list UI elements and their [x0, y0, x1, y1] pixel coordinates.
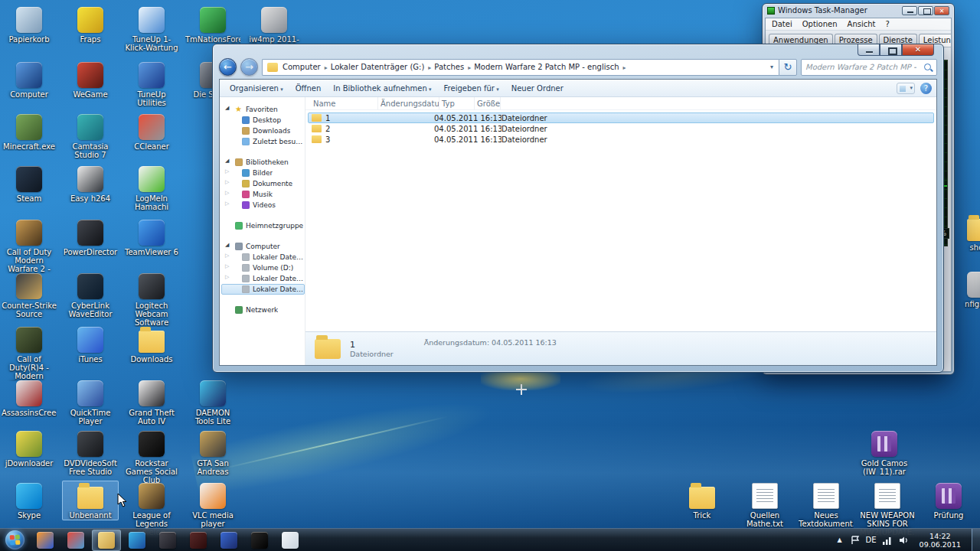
tm-menu-item[interactable]: Ansicht	[848, 20, 876, 28]
desktop-icon[interactable]: Downloads	[123, 324, 180, 364]
clock[interactable]: 14:22 09.06.2011	[914, 532, 966, 549]
expand-arrow-icon[interactable]	[225, 105, 233, 111]
taskbar-app[interactable]	[214, 530, 243, 551]
desktop-icon[interactable]: TmNationsForever	[185, 5, 241, 44]
desktop-icon[interactable]: Trick	[674, 481, 730, 520]
desktop-icon[interactable]: Fraps	[62, 5, 119, 44]
minimize-button[interactable]	[858, 44, 880, 56]
column-header[interactable]: Größe	[475, 97, 501, 109]
desktop-icon[interactable]: PowerDirector	[62, 217, 119, 257]
desktop-icon[interactable]: Easy h264	[62, 164, 119, 204]
desktop-icon[interactable]: Camtasia Studio 7	[62, 112, 119, 160]
change-view-button[interactable]	[897, 83, 915, 94]
desktop-icon[interactable]: Logitech Webcam Software	[123, 271, 180, 328]
sidebar-item[interactable]: Netzwerk	[221, 305, 305, 315]
desktop-icon[interactable]: Neues Textdokument.txt	[798, 481, 854, 529]
desktop-icon[interactable]: Call of Duty(R)4 - Modern Warfare...	[1, 324, 57, 382]
desktop-icon[interactable]: shots	[952, 213, 980, 253]
start-button[interactable]	[0, 529, 29, 551]
toolbar-button[interactable]: Öffnen	[290, 82, 327, 95]
tm-title-bar[interactable]: Windows Task-Manager	[763, 4, 954, 17]
toolbar-button[interactable]: Freigeben für	[439, 82, 505, 95]
expand-arrow-icon[interactable]	[225, 263, 233, 269]
desktop-icon[interactable]: AssassinsCreedII	[1, 378, 57, 418]
breadcrumb-segment[interactable]: Computer	[281, 61, 329, 73]
desktop-icon[interactable]: DAEMON Tools Lite	[185, 378, 241, 426]
file-row[interactable]: 1 04.05.2011 16:13 Dateiordner	[308, 112, 934, 123]
expand-arrow-icon[interactable]	[225, 168, 233, 174]
back-button[interactable]	[219, 58, 237, 76]
desktop-icon[interactable]: Unbenannt	[62, 481, 119, 520]
breadcrumb-segment[interactable]: Patches	[433, 61, 472, 73]
desktop-icon[interactable]: Computer	[1, 60, 57, 99]
toolbar-button[interactable]: In Bibliothek aufnehmen	[328, 82, 436, 95]
sidebar-item[interactable]: Heimnetzgruppe	[221, 220, 305, 231]
taskbar-app[interactable]	[61, 530, 90, 551]
expand-arrow-icon[interactable]	[225, 253, 233, 259]
tm-menu-item[interactable]: ?	[886, 20, 890, 28]
sidebar-item[interactable]: Bilder	[221, 168, 305, 178]
desktop-icon[interactable]: QuickTime Player	[62, 378, 119, 426]
desktop-icon[interactable]: Quellen Mathe.txt	[737, 481, 793, 529]
desktop-icon[interactable]: Gold Camos (IW_11).rar	[856, 429, 913, 477]
file-row[interactable]: 2 04.05.2011 16:13 Dateiordner	[308, 123, 934, 134]
sidebar-item[interactable]: Zuletzt besucht	[221, 136, 305, 147]
sidebar-item[interactable]: Bibliotheken	[221, 157, 305, 168]
file-row[interactable]: 3 04.05.2011 16:13 Dateiordner	[308, 134, 934, 145]
desktop-icon[interactable]: TeamViewer 6	[123, 217, 180, 257]
breadcrumb-segment[interactable]: Modern Warfare 2 Patch MP - englisch	[472, 61, 627, 73]
expand-arrow-icon[interactable]	[225, 242, 233, 248]
desktop-icon[interactable]: Steam	[1, 164, 57, 204]
desktop-icon[interactable]: Skype	[1, 481, 57, 520]
address-bar[interactable]: ComputerLokaler Datenträger (G:)PatchesM…	[262, 59, 779, 76]
desktop-icon[interactable]: VLC media player	[185, 481, 241, 529]
tm-menu-item[interactable]: Datei	[772, 20, 792, 28]
search-input[interactable]	[802, 63, 923, 71]
network-icon[interactable]	[882, 535, 893, 546]
sidebar-item[interactable]: Lokaler Datenträger	[221, 273, 305, 284]
help-icon[interactable]	[920, 83, 932, 94]
taskbar-app[interactable]	[276, 530, 305, 551]
refresh-button[interactable]	[779, 59, 797, 76]
desktop-icon[interactable]: Call of Duty Modern Warfare 2 - Multip..…	[1, 217, 57, 275]
desktop-icon[interactable]: LogMeIn Hamachi	[123, 164, 180, 212]
taskbar-app[interactable]	[153, 530, 182, 551]
taskbar-app[interactable]	[245, 530, 274, 551]
language-indicator[interactable]: DE	[866, 536, 877, 544]
show-desktop-button[interactable]	[972, 529, 980, 551]
desktop-icon[interactable]: Grand Theft Auto IV	[123, 378, 180, 426]
sidebar-item[interactable]: Dokumente	[221, 178, 305, 189]
sidebar-item[interactable]: Lokaler Datenträger	[221, 284, 305, 295]
sidebar-item[interactable]: Computer	[221, 241, 305, 252]
taskbar-app[interactable]	[31, 530, 60, 551]
tm-maximize-button[interactable]	[918, 6, 933, 15]
desktop-icon[interactable]: nfig.exe	[952, 269, 980, 309]
expand-arrow-icon[interactable]	[225, 158, 233, 164]
expand-arrow-icon[interactable]	[225, 274, 233, 280]
expand-arrow-icon[interactable]	[225, 190, 233, 196]
address-dropdown-icon[interactable]: ▾	[766, 64, 777, 70]
sidebar-item[interactable]: Downloads	[221, 126, 305, 136]
sidebar-item[interactable]: ★ Favoriten	[221, 104, 305, 115]
toolbar-button[interactable]: Organisieren	[224, 82, 289, 95]
expand-arrow-icon[interactable]	[225, 201, 233, 207]
desktop-icon[interactable]: Counter-Strike Source	[1, 271, 57, 319]
show-hidden-icons-button[interactable]: ▲	[835, 535, 844, 545]
action-center-icon[interactable]	[850, 535, 861, 546]
desktop-icon[interactable]: CCleaner	[123, 112, 180, 152]
sidebar-item[interactable]: Volume (D:)	[221, 262, 305, 273]
desktop-icon[interactable]: DVDVideoSoft Free Studio	[62, 429, 119, 477]
search-box[interactable]	[801, 59, 937, 76]
expand-arrow-icon[interactable]	[225, 179, 233, 185]
forward-button[interactable]	[240, 58, 258, 76]
tm-minimize-button[interactable]	[902, 6, 917, 15]
toolbar-button[interactable]: Neuer Ordner	[506, 82, 569, 95]
column-header[interactable]: Name	[311, 97, 378, 109]
sidebar-item[interactable]: Desktop	[221, 115, 305, 126]
desktop-icon[interactable]: WeGame	[62, 60, 119, 99]
desktop-icon[interactable]: Prüfung	[920, 481, 977, 520]
desktop-icon[interactable]: Minecraft.exe	[1, 112, 57, 152]
desktop-icon[interactable]: CyberLink WaveEditor	[62, 271, 119, 319]
sidebar-item[interactable]: Lokaler Datenträger	[221, 252, 305, 262]
taskbar-app[interactable]	[184, 530, 213, 551]
